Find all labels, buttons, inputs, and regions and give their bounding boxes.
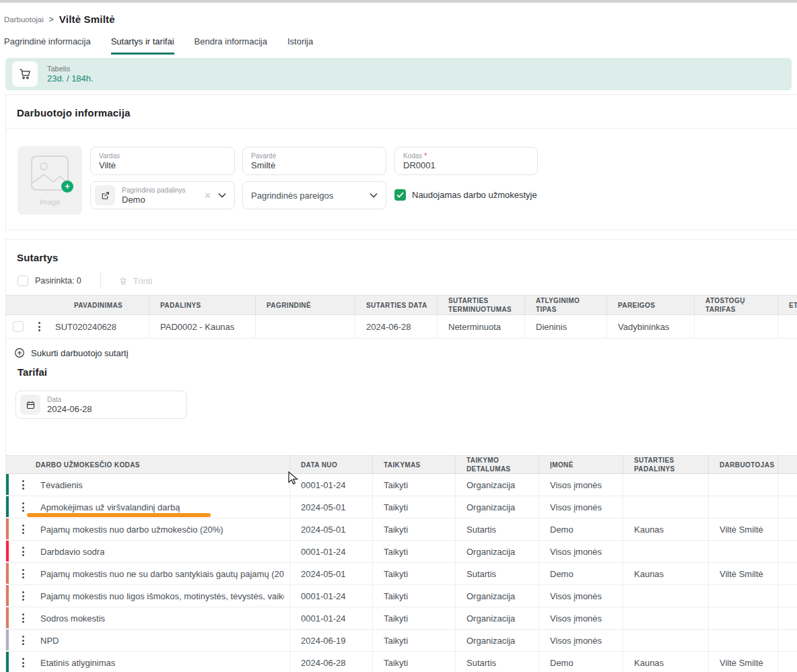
contracts-card: Sutartys Pasirinkta: 0 Trinti PAVADINIMA… [5, 239, 797, 672]
chevron-down-icon[interactable] [370, 193, 378, 198]
select-all-checkbox[interactable] [18, 275, 28, 286]
row-actions-kebab-icon[interactable] [20, 477, 27, 492]
vardas-field[interactable]: Vardas Viltė [90, 147, 235, 175]
tarifai-cell: Demo [539, 652, 623, 672]
tarifai-cell: Organizacija [456, 474, 539, 496]
row-actions-kebab-icon[interactable] [20, 522, 27, 537]
chevron-down-icon[interactable] [218, 193, 226, 198]
sutartys-cell [695, 315, 778, 338]
create-contract-link[interactable]: Sukurti darbuotojo sutartį [14, 347, 129, 358]
tarifai-col-header-filler [778, 456, 797, 473]
sutartys-cell [256, 315, 355, 338]
sutartys-toolbar: Pasirinkta: 0 Trinti [18, 273, 152, 289]
sutartys-cell: Dieninis [525, 315, 607, 338]
naudojamas-checkbox-label: Naudojamas darbo užmokestyje [412, 190, 537, 200]
clear-padalinys-icon[interactable]: ✕ [204, 191, 211, 201]
sutartys-cell [778, 315, 797, 338]
tarifai-col-header: ĮMONĖ [539, 456, 623, 473]
tab-sutartys-ir-tarifai[interactable]: Sutartys ir tarifai [111, 34, 174, 55]
tarifai-cell: Kaunas [623, 563, 709, 584]
sutartys-table-header: PAVADINIMASPADALINYSPAGRINDINĖSUTARTIES … [6, 295, 797, 315]
sutartys-col-header: SUTARTIES TERMINUOTUMAS [438, 296, 525, 314]
pavarde-label: Pavardė [251, 152, 378, 160]
sutartys-col-header: PAVADINIMAS [6, 296, 149, 314]
tarifai-row: Pajamų mokestis nuo ne su darbo santykia… [6, 563, 797, 585]
tarifai-cell [623, 474, 709, 496]
tarifai-cell: Kaunas [623, 518, 709, 540]
add-image-plus-icon[interactable]: + [61, 180, 73, 193]
kodas-field[interactable]: Kodas * DR0001 [394, 147, 538, 175]
row-actions-kebab-icon[interactable] [36, 319, 43, 334]
tarifai-col-header: TAIKYMAS [373, 456, 456, 473]
tarifai-cell: Taikyti [373, 585, 456, 607]
employee-image-upload[interactable]: + Image [18, 146, 82, 215]
tarifai-cell: Organizacija [456, 630, 539, 651]
tarifai-row: Pajamų mokestis nuo ligos išmokos, motin… [6, 585, 797, 607]
employee-info-title: Darbuotojo informacija [6, 95, 797, 129]
selected-count-label: Pasirinkta: 0 [35, 276, 81, 285]
vardas-label: Vardas [99, 152, 226, 160]
row-select-checkbox[interactable] [13, 321, 24, 332]
tarifai-col-header: DATA NUO [290, 456, 373, 473]
tarifai-cell-filler [778, 607, 797, 629]
row-actions-kebab-icon[interactable] [20, 655, 27, 670]
tab-bendra-informacija[interactable]: Bendra informacija [195, 34, 267, 55]
tarifai-cell: 0001-01-24 [290, 474, 373, 496]
breadcrumb-parent-link[interactable]: Darbuotojai [4, 15, 44, 24]
tabelis-cart-icon[interactable] [12, 61, 38, 87]
tab-istorija[interactable]: Istorija [287, 34, 313, 55]
padalinys-value: Demo [122, 195, 200, 205]
row-actions-kebab-icon[interactable] [20, 589, 27, 603]
tarifai-cell: Taikyti [373, 563, 456, 584]
breadcrumb: Darbuotojai > Viltė Smiltė [4, 13, 115, 25]
row-actions-kebab-icon[interactable] [20, 611, 27, 626]
tarifai-cell: 2024-05-01 [290, 496, 373, 518]
vardas-value: Viltė [99, 160, 226, 170]
tab-bar: Pagrindinė informacija Sutartys ir tarif… [4, 34, 333, 55]
tarifai-col-header: TAIKYMO DETALUMAS [456, 456, 539, 473]
tabelis-value[interactable]: 23d. / 184h. [47, 73, 94, 83]
data-date-field[interactable]: Data 2024-06-28 [15, 391, 187, 419]
tarifai-cell-filler [778, 652, 797, 672]
delete-button[interactable]: Trinti [118, 276, 152, 286]
employee-detail-page: Darbuotojai > Viltė Smiltė Pagrindinė in… [0, 0, 797, 672]
row-actions-kebab-icon[interactable] [20, 633, 27, 648]
tarifai-cell-kodas: Pajamų mokestis nuo ne su darbo santykia… [6, 563, 290, 584]
sutartys-col-header: ETA [778, 296, 797, 314]
pagrindines-pareigos-select[interactable]: Pagrindinės pareigos [242, 181, 386, 209]
tarifai-cell: Visos įmonės [539, 607, 623, 629]
sutartys-cell: Vadybininkas [607, 315, 695, 338]
calendar-icon[interactable] [20, 395, 40, 415]
tarifai-cell: Sutartis [456, 563, 539, 584]
tarifai-cell: Taikyti [373, 630, 456, 651]
pagrindinis-padalinys-field[interactable]: Pagrindinis padalinys Demo ✕ [90, 181, 235, 209]
row-actions-kebab-icon[interactable] [20, 566, 27, 581]
open-padalinys-external-link-icon[interactable] [95, 185, 115, 205]
plus-circle-icon [14, 347, 25, 358]
tarifai-cell: 0001-01-24 [290, 541, 373, 562]
tab-pagrindine-informacija[interactable]: Pagrindinė informacija [4, 34, 91, 55]
tarifai-cell: Sutartis [456, 518, 539, 540]
tarifai-cell: 2024-05-01 [290, 518, 373, 540]
orange-highlight-underline [27, 513, 211, 517]
tarifai-cell: Organizacija [456, 607, 539, 629]
tarifai-cell: Taikyti [373, 518, 456, 540]
kodas-value: DR0001 [403, 160, 529, 170]
tarifai-row: Darbdavio sodra0001-01-24TaikytiOrganiza… [6, 541, 797, 563]
naudojamas-checkbox-row[interactable]: Naudojamas darbo užmokestyje [394, 189, 537, 201]
image-placeholder-icon: + [30, 155, 69, 191]
tarifai-cell-filler [778, 630, 797, 651]
pareigos-placeholder: Pagrindinės pareigos [251, 191, 370, 201]
tarifai-cell [623, 541, 709, 562]
tarifai-row: Sodros mokestis0001-01-24TaikytiOrganiza… [6, 607, 797, 630]
pavarde-field[interactable]: Pavardė Smiltė [242, 147, 386, 175]
sutartys-title: Sutartys [6, 240, 797, 273]
mouse-cursor [287, 471, 300, 485]
row-actions-kebab-icon[interactable] [20, 500, 27, 514]
checkbox-checked-icon[interactable] [394, 189, 406, 201]
tarifai-cell-filler [778, 474, 797, 496]
tarifai-cell [709, 630, 778, 651]
row-actions-kebab-icon[interactable] [20, 544, 27, 559]
row-status-color-strip [6, 652, 9, 672]
pavarde-value: Smiltė [251, 160, 378, 170]
